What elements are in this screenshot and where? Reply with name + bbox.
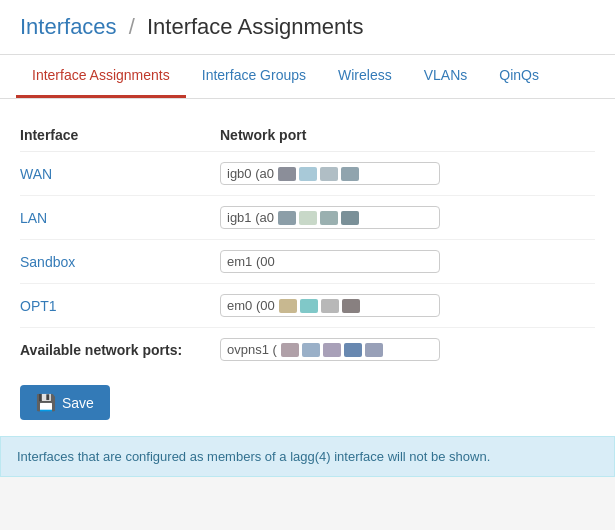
save-button-label: Save [62,395,94,411]
lan-port-text: igb1 (a0 [227,210,274,225]
available-ports-label: Available network ports: [20,342,220,358]
wan-chips [278,167,359,181]
tab-qinqs[interactable]: QinQs [483,55,555,98]
tab-interface-groups[interactable]: Interface Groups [186,55,322,98]
sandbox-network-port[interactable]: em1 (00 [220,250,595,273]
wan-select[interactable]: igb0 (a0 [220,162,440,185]
tab-wireless[interactable]: Wireless [322,55,408,98]
floppy-icon: 💾 [36,393,56,412]
sandbox-select[interactable]: em1 (00 [220,250,440,273]
table-row: WAN igb0 (a0 [20,152,595,196]
table-row: LAN igb1 (a0 [20,196,595,240]
interface-wan-label[interactable]: WAN [20,166,220,182]
interface-opt1-label[interactable]: OPT1 [20,298,220,314]
tab-interface-assignments[interactable]: Interface Assignments [16,55,186,98]
main-content: Interface Network port WAN igb0 (a0 LAN … [0,99,615,477]
table-row: Sandbox em1 (00 [20,240,595,284]
available-chips [281,343,383,357]
page-title: Interface Assignments [147,14,363,39]
available-ports-row: Available network ports: ovpns1 ( [20,328,595,371]
available-port-text: ovpns1 ( [227,342,277,357]
opt1-select[interactable]: em0 (00 [220,294,440,317]
wan-port-text: igb0 (a0 [227,166,274,181]
breadcrumb-interfaces[interactable]: Interfaces [20,14,117,39]
sandbox-port-text: em1 (00 [227,254,275,269]
col-network-header: Network port [220,127,595,143]
info-banner: Interfaces that are configured as member… [0,436,615,477]
page-header: Interfaces / Interface Assignments [0,0,615,55]
lan-select[interactable]: igb1 (a0 [220,206,440,229]
col-interface-header: Interface [20,127,220,143]
tabs-bar: Interface Assignments Interface Groups W… [0,55,615,99]
available-select[interactable]: ovpns1 ( [220,338,440,361]
interface-lan-label[interactable]: LAN [20,210,220,226]
table-row: OPT1 em0 (00 [20,284,595,328]
save-button[interactable]: 💾 Save [20,385,110,420]
tab-vlans[interactable]: VLANs [408,55,484,98]
lan-chips [278,211,359,225]
wan-network-port[interactable]: igb0 (a0 [220,162,595,185]
available-ports-network[interactable]: ovpns1 ( [220,338,595,361]
opt1-chips [279,299,360,313]
lan-network-port[interactable]: igb1 (a0 [220,206,595,229]
interface-sandbox-label[interactable]: Sandbox [20,254,220,270]
breadcrumb-separator: / [129,14,135,39]
save-section: 💾 Save [20,371,595,436]
table-header: Interface Network port [20,119,595,152]
opt1-network-port[interactable]: em0 (00 [220,294,595,317]
opt1-port-text: em0 (00 [227,298,275,313]
info-message: Interfaces that are configured as member… [17,449,490,464]
